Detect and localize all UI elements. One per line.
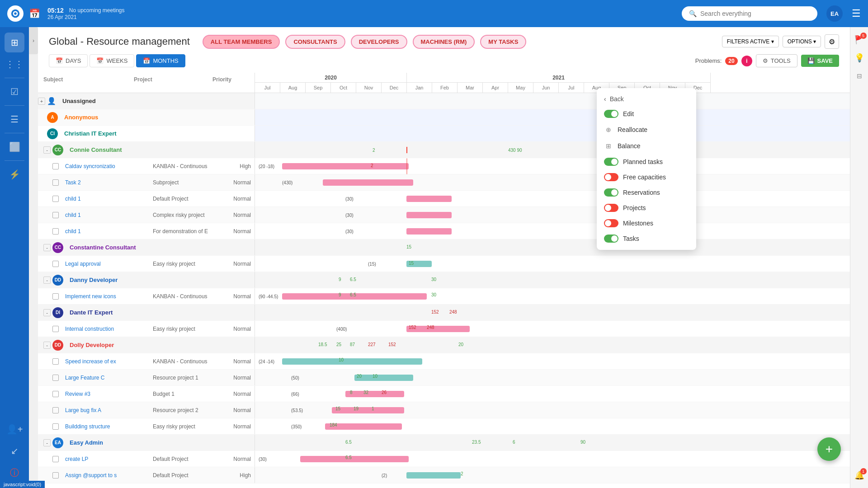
dropdown-edit[interactable]: Edit [597, 106, 696, 122]
task-priority: Normal [219, 196, 255, 202]
edit-toggle[interactable] [604, 110, 618, 118]
dropdown-free-capacities[interactable]: Free capacities [597, 169, 696, 185]
filter-developers[interactable]: DEVELOPERS [351, 35, 407, 49]
planned-tasks-label: Planned tasks [623, 158, 663, 165]
expand-connie[interactable]: - [43, 146, 51, 154]
gantt-timeline-row: (20 -18) 2 [255, 158, 850, 174]
settings-gear-button[interactable]: ⚙ [825, 34, 839, 49]
flag-icon[interactable]: 🚩 5 [852, 33, 867, 47]
edit-label: Edit [623, 110, 634, 117]
tools-button[interactable]: ⚙ TOOLS [756, 54, 797, 67]
logo[interactable] [7, 5, 24, 22]
tasks-toggle[interactable] [604, 235, 618, 243]
reservations-toggle[interactable] [604, 188, 618, 197]
fab-add-button[interactable]: + [817, 437, 841, 461]
dropdown-back-button[interactable]: ‹ Back [597, 92, 696, 106]
task-priority: Normal [219, 375, 255, 381]
problems-label: Problems: [695, 57, 722, 64]
person-name-admin: Easy Admin [66, 439, 156, 446]
task-icon [52, 261, 59, 267]
info-button[interactable]: i [741, 56, 752, 66]
task-project: KANBAN - Continuous [149, 358, 219, 365]
sidebar-item-info[interactable]: ⓘ [5, 463, 24, 483]
task-large-feature-c: Large Feature C [61, 375, 149, 381]
sidebar-item-add-user[interactable]: 👤+ [5, 419, 24, 439]
task-review3: Review #3 [61, 391, 149, 397]
gantt-bar [282, 163, 409, 169]
expand-admin[interactable]: - [43, 439, 51, 446]
task-priority: Normal [219, 391, 255, 397]
person-name-danny: Danny Developer [66, 277, 156, 283]
header-date: 26 Apr 2021 [47, 14, 125, 20]
days-view-button[interactable]: 📅 DAYS [49, 54, 88, 67]
gantt-timeline-row: (50) 20 10 [255, 370, 850, 385]
filter-machines[interactable]: MACHINES (RM) [413, 35, 475, 49]
task-icon [52, 407, 59, 413]
balance-label: Balance [618, 142, 641, 150]
gantt-timeline-row: (24 -14) 10 [255, 353, 850, 369]
col-subject: Subject [38, 73, 128, 93]
task-priority: Normal [219, 179, 255, 186]
dropdown-tasks[interactable]: Tasks [597, 231, 696, 246]
planned-tasks-toggle[interactable] [604, 158, 618, 166]
person-name-dolly: Dolly Developer [66, 342, 156, 348]
filters-active-button[interactable]: FILTERS ACTIVE ▾ [722, 36, 779, 47]
filter-all-team[interactable]: ALL TEAM MEMBERS [203, 35, 280, 49]
task-project: Easy risky project [149, 423, 219, 430]
lightbulb-icon[interactable]: 💡 [852, 51, 867, 65]
hamburger-menu[interactable]: ☰ [852, 8, 861, 19]
expand-dante[interactable]: - [43, 309, 51, 316]
projects-toggle[interactable] [604, 204, 618, 212]
months-view-button[interactable]: 📅 MONTHS [136, 54, 185, 67]
sidebar-item-grid[interactable]: ⊞ [5, 33, 24, 52]
expand-unassigned[interactable]: + [38, 98, 45, 105]
dropdown-projects[interactable]: Projects [597, 200, 696, 216]
sidebar-item-list[interactable]: ☰ [5, 109, 24, 129]
col-priority: Priority [201, 73, 237, 93]
expand-dolly[interactable]: - [43, 342, 51, 349]
task-project: Complex risky project [149, 212, 219, 218]
gantt-container: Subject Project Priority 2020 2021 Jul A… [38, 73, 850, 488]
filter-consultants[interactable]: CONSULTANTS [285, 35, 345, 49]
dropdown-reallocate[interactable]: ⊕ Reallocate [597, 122, 696, 138]
gantt-timeline-dante: 152 248 [255, 305, 850, 320]
search-box[interactable]: 🔍 [682, 6, 817, 21]
dropdown-milestones[interactable]: Milestones [597, 216, 696, 231]
filter-lines-icon[interactable]: ⊟ [852, 69, 867, 83]
gantt-timeline-danny: 9 6.5 30 [255, 272, 850, 288]
filter-my-tasks[interactable]: MY TASKS [480, 35, 526, 49]
avatar-christian: CI [47, 128, 58, 139]
task-project: Resource project 1 [149, 375, 219, 381]
expand-constantine[interactable]: - [43, 244, 51, 251]
calendar-nav-icon[interactable]: 📅 [29, 8, 40, 19]
sidebar-item-box[interactable]: ⬜ [5, 137, 24, 157]
dropdown-reservations[interactable]: Reservations [597, 185, 696, 200]
expand-danny[interactable]: - [43, 277, 51, 284]
person-name-christian: Christian IT Expert [61, 130, 151, 137]
search-input[interactable] [700, 10, 810, 17]
month-jun-2021: Jun [533, 83, 559, 93]
group-icon: 👤 [47, 97, 56, 105]
milestones-label: Milestones [623, 220, 653, 227]
task-icon [52, 179, 59, 186]
dropdown-planned-tasks[interactable]: Planned tasks [597, 154, 696, 169]
sidebar-collapse[interactable]: › [29, 27, 38, 54]
sidebar-item-hierarchy[interactable]: ⋮⋮ [5, 54, 24, 74]
sidebar-item-import[interactable]: ↙ [5, 441, 24, 461]
dropdown-balance[interactable]: ⊞ Balance [597, 138, 696, 154]
options-button[interactable]: OPTIONS ▾ [783, 36, 821, 47]
sidebar-item-check[interactable]: ☑ [5, 82, 24, 102]
milestones-toggle[interactable] [604, 219, 618, 227]
gantt-bar [345, 391, 404, 397]
table-row: Task 2 Subproject Normal (430) [38, 174, 850, 191]
free-capacities-toggle[interactable] [604, 173, 618, 181]
weeks-view-button[interactable]: 📅 WEEKS [90, 54, 134, 67]
sidebar-item-lightning[interactable]: ⚡ [5, 164, 24, 184]
save-button[interactable]: 💾 SAVE [801, 55, 839, 67]
user-avatar[interactable]: EA [826, 5, 843, 22]
gantt-timeline-row [255, 93, 850, 109]
task-task2: Task 2 [61, 179, 149, 186]
notification-icon[interactable]: 🔔 1 [852, 468, 867, 483]
task-speed: Speed increase of ex [61, 358, 149, 365]
task-icon [52, 212, 59, 218]
